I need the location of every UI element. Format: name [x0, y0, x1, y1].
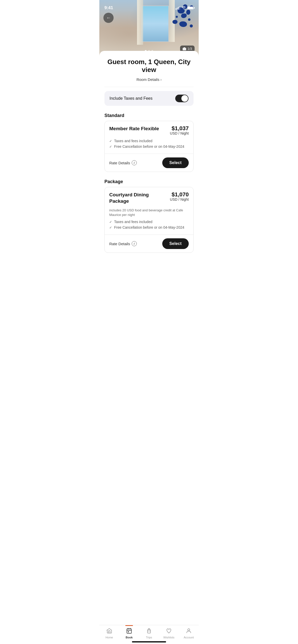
svg-rect-0 — [183, 48, 186, 50]
select-button-1[interactable]: Select — [162, 157, 189, 168]
taxes-toggle-row: Include Taxes and Fees — [104, 91, 194, 106]
checkmark-icon-3: ✓ — [109, 220, 112, 224]
svg-rect-1 — [184, 47, 185, 48]
section-header-standard: Standard — [99, 110, 199, 121]
rate-per-night-member: USD / Night — [170, 131, 189, 135]
room-details-link[interactable]: Room Details › — [99, 76, 199, 87]
rate-card-top: Member Rate Flexible $1,037 USD / Night … — [105, 121, 193, 154]
rate-header: Member Rate Flexible $1,037 USD / Night — [109, 126, 189, 135]
rate-header-2: Courtyard Dining Package $1,070 USD / Ni… — [109, 192, 189, 204]
room-details-label: Room Details — [137, 77, 159, 82]
rate-details-text-2: Rate Details — [109, 242, 130, 246]
photo-count: 1/3 — [187, 47, 192, 51]
info-icon-1: i — [132, 160, 137, 165]
benefit-cancellation-2: ✓ Free Cancellation before or on 04-May-… — [109, 225, 189, 229]
benefit-cancellation-1: ✓ Free Cancellation before or on 04-May-… — [109, 144, 189, 149]
status-bar: 9:41 — [99, 0, 199, 12]
rate-details-link-1[interactable]: Rate Details i — [109, 160, 137, 165]
rate-card-member-flexible: Member Rate Flexible $1,037 USD / Night … — [104, 121, 194, 172]
hero-image: 9:41 ← — [99, 0, 199, 56]
benefit-text-3: Taxes and fees included — [114, 220, 152, 224]
rate-name-courtyard: Courtyard Dining Package — [109, 192, 170, 204]
rate-amount-courtyard: $1,070 — [170, 192, 189, 197]
benefit-text-4: Free Cancellation before or on 04-May-20… — [114, 225, 184, 229]
benefit-text-1: Taxes and fees included — [114, 139, 152, 143]
rate-amount-member: $1,037 — [170, 126, 189, 131]
section-header-package: Package — [99, 176, 199, 187]
rate-card-bottom-1: Rate Details i Select — [105, 154, 193, 172]
wifi-icon — [182, 6, 186, 10]
rate-description-courtyard: includes 20 USD food and beverage credit… — [109, 208, 189, 217]
rate-card-bottom-2: Rate Details i Select — [105, 235, 193, 253]
rate-price-member: $1,037 USD / Night — [170, 126, 189, 135]
checkmark-icon-4: ✓ — [109, 226, 112, 229]
checkmark-icon-1: ✓ — [109, 139, 112, 143]
info-icon-2: i — [132, 241, 137, 246]
select-button-2[interactable]: Select — [162, 238, 189, 249]
checkmark-icon-2: ✓ — [109, 145, 112, 149]
rate-card-courtyard: Courtyard Dining Package $1,070 USD / Ni… — [104, 187, 194, 253]
room-title: Guest room, 1 Queen, City view — [99, 51, 199, 76]
benefit-text-2: Free Cancellation before or on 04-May-20… — [114, 144, 184, 149]
signal-icon — [175, 6, 180, 10]
room-details-chevron: › — [160, 78, 162, 82]
rate-details-text-1: Rate Details — [109, 161, 130, 165]
rate-price-courtyard: $1,070 USD / Night — [170, 192, 189, 201]
status-time: 9:41 — [104, 5, 113, 10]
divider-1 — [104, 87, 194, 87]
rate-details-link-2[interactable]: Rate Details i — [109, 241, 137, 246]
rate-card-top-2: Courtyard Dining Package $1,070 USD / Ni… — [105, 187, 193, 235]
main-content: Guest room, 1 Queen, City view Room Deta… — [99, 51, 199, 277]
taxes-toggle-switch[interactable] — [175, 95, 188, 102]
back-arrow-icon: ← — [106, 16, 111, 20]
benefit-taxes-1: ✓ Taxes and fees included — [109, 139, 189, 143]
rate-per-night-courtyard: USD / Night — [170, 197, 189, 201]
toggle-knob — [181, 95, 188, 102]
benefit-taxes-2: ✓ Taxes and fees included — [109, 220, 189, 224]
rate-name-member: Member Rate Flexible — [109, 126, 170, 132]
taxes-toggle-label: Include Taxes and Fees — [110, 96, 153, 101]
battery-icon — [187, 6, 194, 9]
back-button[interactable]: ← — [103, 13, 114, 23]
status-icons — [175, 6, 194, 10]
